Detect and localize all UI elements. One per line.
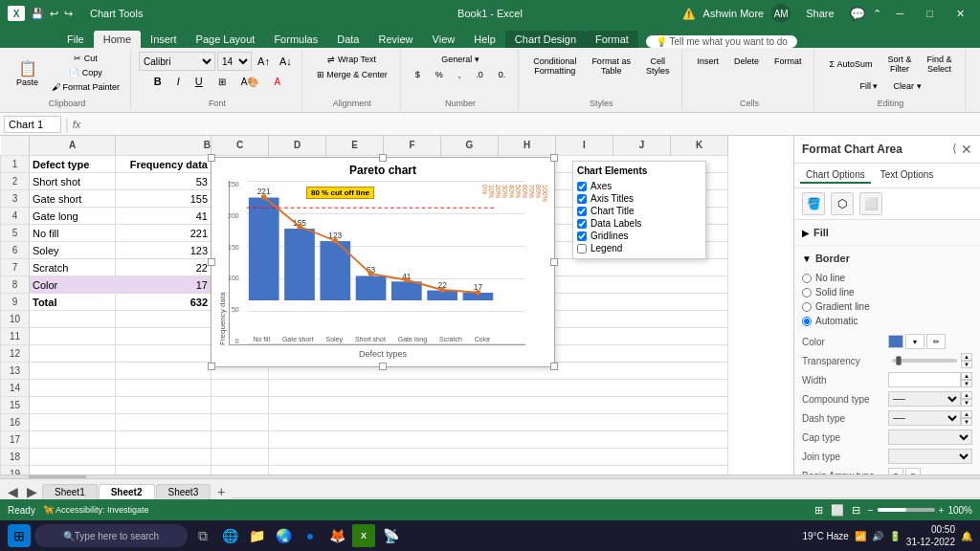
page-break-view-btn[interactable]: ⊟ xyxy=(852,504,860,517)
col-header-a[interactable]: A xyxy=(30,136,116,156)
close-btn[interactable]: ✕ xyxy=(948,8,972,20)
cell-b6[interactable]: 123 xyxy=(116,242,212,259)
format-panel-back-icon[interactable]: ⟨ xyxy=(952,142,957,157)
handle-tr[interactable] xyxy=(550,154,558,162)
cell-a6[interactable]: Soley xyxy=(30,242,116,259)
join-type-select[interactable] xyxy=(888,449,972,464)
increase-font-btn[interactable]: A↑ xyxy=(254,54,274,69)
cell-a3[interactable]: Gate short xyxy=(30,190,116,208)
fill-section-header[interactable]: ▶ Fill xyxy=(802,224,972,241)
handle-bc[interactable] xyxy=(379,363,387,370)
format-effects-icon-btn[interactable]: ⬡ xyxy=(831,192,854,215)
dash-type-select[interactable]: ── xyxy=(888,410,961,426)
cell-b7[interactable]: 22 xyxy=(116,259,212,276)
border-button[interactable]: ⊞ xyxy=(212,74,233,90)
tab-file[interactable]: File xyxy=(57,31,94,48)
format-tab-chart-options[interactable]: Chart Options xyxy=(800,167,871,184)
tab-formulas[interactable]: Formulas xyxy=(264,31,327,48)
zoom-slider[interactable] xyxy=(878,508,935,512)
tab-view[interactable]: View xyxy=(423,31,465,48)
merge-center-btn[interactable]: ⊞ Merge & Center xyxy=(310,67,394,82)
tab-data[interactable]: Data xyxy=(327,31,368,48)
decrease-font-btn[interactable]: A↓ xyxy=(276,54,296,69)
sort-filter-btn[interactable]: Sort &Filter xyxy=(881,52,919,77)
chart-elements-popup[interactable]: Chart Elements Axes Axis Titles Chart Ti… xyxy=(572,161,706,259)
cell-styles-btn[interactable]: CellStyles xyxy=(639,52,677,80)
begin-arrow-type-btn1[interactable]: ≡ xyxy=(888,468,903,474)
taskbar-icon-5[interactable]: 🦊 xyxy=(325,524,348,547)
compound-up-btn[interactable]: ▲ xyxy=(961,391,972,399)
font-size-select[interactable]: 14 xyxy=(217,52,252,71)
radio-automatic[interactable] xyxy=(802,317,812,326)
handle-tc[interactable] xyxy=(379,154,387,162)
cell-b2[interactable]: 53 xyxy=(116,173,212,190)
transparency-down-btn[interactable]: ▼ xyxy=(961,361,972,368)
col-header-f[interactable]: F xyxy=(384,136,441,156)
radio-gradient-line[interactable] xyxy=(802,302,812,312)
format-as-table-btn[interactable]: Format asTable xyxy=(585,52,637,80)
paste-button[interactable]: 📋 Paste xyxy=(10,55,45,92)
taskbar-icon-3[interactable]: 🌏 xyxy=(272,524,295,547)
taskbar-icon-2[interactable]: 📁 xyxy=(245,524,268,547)
handle-ml[interactable] xyxy=(208,258,215,266)
search-box[interactable]: 🔍 Type here to search xyxy=(34,524,188,547)
pareto-chart[interactable]: Pareto chart Frequency data xyxy=(211,157,555,367)
zoom-out-btn[interactable]: − xyxy=(868,505,874,516)
cell-a8[interactable]: Color xyxy=(30,276,116,294)
checkbox-axes[interactable] xyxy=(577,182,587,191)
col-header-k[interactable]: K xyxy=(671,136,728,156)
cell-b3[interactable]: 155 xyxy=(116,190,212,208)
maximize-btn[interactable]: □ xyxy=(919,8,941,19)
handle-tl[interactable] xyxy=(208,154,215,162)
col-header-b[interactable]: B xyxy=(116,136,212,156)
dash-up-btn[interactable]: ▲ xyxy=(961,410,972,418)
cell-b8[interactable]: 17 xyxy=(116,276,212,294)
tab-review[interactable]: Review xyxy=(368,31,422,48)
format-cells-btn[interactable]: Format xyxy=(768,52,809,71)
checkbox-axis-titles[interactable] xyxy=(577,194,587,204)
sheet-tab-sheet1[interactable]: Sheet1 xyxy=(42,484,98,499)
radio-no-line[interactable] xyxy=(802,274,812,283)
autosum-btn[interactable]: Σ AutoSum xyxy=(822,56,879,72)
minimize-btn[interactable]: ─ xyxy=(889,8,912,19)
cell-a1[interactable]: Defect type xyxy=(30,156,116,173)
cell-a10[interactable] xyxy=(30,311,116,328)
col-header-c[interactable]: C xyxy=(212,136,269,156)
italic-button[interactable]: I xyxy=(170,73,187,90)
sheet-tab-sheet3[interactable]: Sheet3 xyxy=(156,484,212,499)
notifications-icon[interactable]: 🔔 xyxy=(961,531,972,541)
begin-arrow-type-btn2[interactable]: ≡ xyxy=(905,468,921,474)
cell-b4[interactable]: 41 xyxy=(116,208,212,225)
font-family-select[interactable]: Calibri xyxy=(139,52,215,71)
name-box[interactable] xyxy=(4,116,61,133)
compound-down-btn[interactable]: ▼ xyxy=(961,399,972,407)
transparency-slider-track[interactable] xyxy=(892,359,957,363)
col-header-g[interactable]: G xyxy=(441,136,499,156)
color-edit-btn[interactable]: ✏ xyxy=(926,334,946,349)
wrap-text-btn[interactable]: ⇌ Wrap Text xyxy=(321,52,383,67)
compound-type-select[interactable]: ── xyxy=(888,391,961,407)
cut-button[interactable]: ✂ Cut xyxy=(47,52,124,65)
taskbar-icon-4[interactable]: ● xyxy=(299,524,322,547)
format-size-icon-btn[interactable]: ⬜ xyxy=(859,192,882,215)
tab-home[interactable]: Home xyxy=(94,31,141,48)
tab-help[interactable]: Help xyxy=(464,31,505,48)
insert-cells-btn[interactable]: Insert xyxy=(690,52,725,71)
redo-icon[interactable]: ↪ xyxy=(64,8,73,20)
checkbox-legend[interactable] xyxy=(577,244,587,253)
normal-view-btn[interactable]: ⊞ xyxy=(814,504,823,517)
add-sheet-btn[interactable]: + xyxy=(212,484,231,499)
percent-btn[interactable]: % xyxy=(429,67,450,82)
checkbox-gridlines[interactable] xyxy=(577,231,587,241)
tab-insert[interactable]: Insert xyxy=(141,31,187,48)
share-btn[interactable]: Share xyxy=(798,8,841,19)
cell-a4[interactable]: Gate long xyxy=(30,208,116,225)
cap-type-select[interactable] xyxy=(888,430,972,445)
col-header-h[interactable]: H xyxy=(499,136,556,156)
color-dropdown-btn[interactable]: ▾ xyxy=(905,334,924,349)
transparency-slider-thumb[interactable] xyxy=(896,356,902,365)
tab-page-layout[interactable]: Page Layout xyxy=(187,31,265,48)
bold-button[interactable]: B xyxy=(147,73,168,90)
number-format-btn[interactable]: General ▾ xyxy=(434,52,486,67)
currency-btn[interactable]: $ xyxy=(409,67,427,82)
